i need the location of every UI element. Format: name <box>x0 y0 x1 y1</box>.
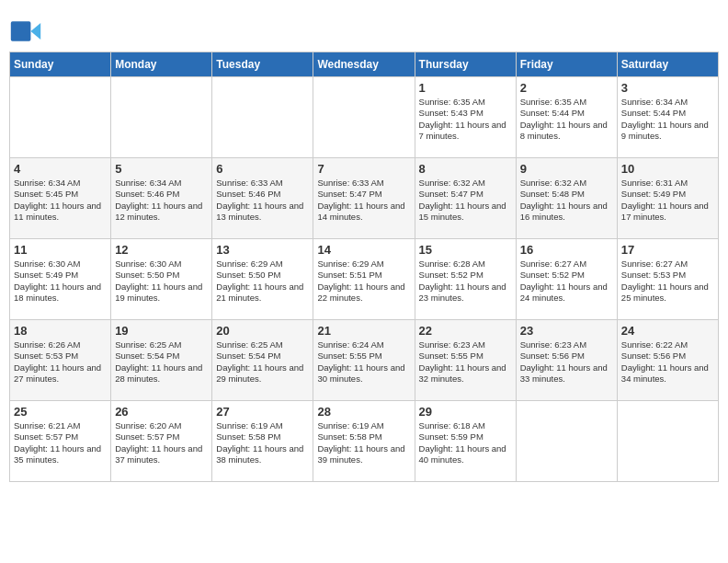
calendar-cell: 27Sunrise: 6:19 AM Sunset: 5:58 PM Dayli… <box>212 401 313 482</box>
page-header <box>9 9 719 48</box>
calendar-cell: 12Sunrise: 6:30 AM Sunset: 5:50 PM Dayli… <box>111 239 212 320</box>
calendar-cell <box>212 77 313 158</box>
calendar-cell: 17Sunrise: 6:27 AM Sunset: 5:53 PM Dayli… <box>617 239 718 320</box>
day-number: 1 <box>419 81 512 95</box>
calendar-week-3: 11Sunrise: 6:30 AM Sunset: 5:49 PM Dayli… <box>10 239 719 320</box>
day-number: 26 <box>115 405 208 419</box>
calendar-cell: 13Sunrise: 6:29 AM Sunset: 5:50 PM Dayli… <box>212 239 313 320</box>
day-header-saturday: Saturday <box>617 52 718 77</box>
calendar-cell: 3Sunrise: 6:34 AM Sunset: 5:44 PM Daylig… <box>617 77 718 158</box>
day-number: 22 <box>419 324 512 338</box>
cell-content: Sunrise: 6:24 AM Sunset: 5:55 PM Dayligh… <box>317 339 410 385</box>
day-number: 5 <box>115 162 208 176</box>
cell-content: Sunrise: 6:29 AM Sunset: 5:51 PM Dayligh… <box>317 259 410 304</box>
day-number: 9 <box>520 162 613 176</box>
cell-content: Sunrise: 6:28 AM Sunset: 5:52 PM Dayligh… <box>419 259 512 304</box>
cell-content: Sunrise: 6:32 AM Sunset: 5:48 PM Dayligh… <box>520 178 613 223</box>
day-number: 18 <box>14 324 107 338</box>
day-header-monday: Monday <box>111 52 212 77</box>
calendar-cell: 11Sunrise: 6:30 AM Sunset: 5:49 PM Dayli… <box>10 239 111 320</box>
day-number: 19 <box>115 324 208 338</box>
svg-rect-0 <box>11 21 31 41</box>
cell-content: Sunrise: 6:23 AM Sunset: 5:55 PM Dayligh… <box>419 339 512 385</box>
calendar-cell: 29Sunrise: 6:18 AM Sunset: 5:59 PM Dayli… <box>415 401 516 482</box>
day-number: 24 <box>621 324 714 338</box>
day-number: 13 <box>216 243 309 257</box>
cell-content: Sunrise: 6:34 AM Sunset: 5:45 PM Dayligh… <box>14 178 107 223</box>
cell-content: Sunrise: 6:33 AM Sunset: 5:47 PM Dayligh… <box>317 178 410 223</box>
day-number: 12 <box>115 243 208 257</box>
cell-content: Sunrise: 6:18 AM Sunset: 5:59 PM Dayligh… <box>419 420 512 465</box>
day-number: 16 <box>520 243 613 257</box>
day-number: 2 <box>520 81 613 95</box>
day-number: 15 <box>419 243 512 257</box>
day-number: 17 <box>621 243 714 257</box>
calendar-cell: 23Sunrise: 6:23 AM Sunset: 5:56 PM Dayli… <box>516 320 617 401</box>
cell-content: Sunrise: 6:26 AM Sunset: 5:53 PM Dayligh… <box>14 339 107 385</box>
day-number: 20 <box>216 324 309 338</box>
calendar-cell: 16Sunrise: 6:27 AM Sunset: 5:52 PM Dayli… <box>516 239 617 320</box>
calendar-cell: 28Sunrise: 6:19 AM Sunset: 5:58 PM Dayli… <box>313 401 415 482</box>
calendar-cell: 19Sunrise: 6:25 AM Sunset: 5:54 PM Dayli… <box>111 320 212 401</box>
calendar-cell <box>10 77 111 158</box>
logo <box>9 15 46 48</box>
day-number: 25 <box>14 405 107 419</box>
logo-icon <box>9 15 42 48</box>
cell-content: Sunrise: 6:25 AM Sunset: 5:54 PM Dayligh… <box>216 339 309 385</box>
calendar-cell: 15Sunrise: 6:28 AM Sunset: 5:52 PM Dayli… <box>415 239 516 320</box>
day-number: 7 <box>317 162 410 176</box>
cell-content: Sunrise: 6:29 AM Sunset: 5:50 PM Dayligh… <box>216 259 309 304</box>
calendar-cell: 2Sunrise: 6:35 AM Sunset: 5:44 PM Daylig… <box>516 77 617 158</box>
day-number: 14 <box>317 243 410 257</box>
cell-content: Sunrise: 6:27 AM Sunset: 5:53 PM Dayligh… <box>621 259 714 304</box>
calendar-cell: 5Sunrise: 6:34 AM Sunset: 5:46 PM Daylig… <box>111 158 212 239</box>
calendar-cell: 6Sunrise: 6:33 AM Sunset: 5:46 PM Daylig… <box>212 158 313 239</box>
cell-content: Sunrise: 6:30 AM Sunset: 5:50 PM Dayligh… <box>115 259 208 304</box>
cell-content: Sunrise: 6:34 AM Sunset: 5:44 PM Dayligh… <box>621 97 714 142</box>
cell-content: Sunrise: 6:19 AM Sunset: 5:58 PM Dayligh… <box>216 420 309 465</box>
calendar-cell: 25Sunrise: 6:21 AM Sunset: 5:57 PM Dayli… <box>10 401 111 482</box>
day-number: 8 <box>419 162 512 176</box>
day-number: 10 <box>621 162 714 176</box>
calendar-cell: 18Sunrise: 6:26 AM Sunset: 5:53 PM Dayli… <box>10 320 111 401</box>
day-header-sunday: Sunday <box>10 52 111 77</box>
calendar-cell: 4Sunrise: 6:34 AM Sunset: 5:45 PM Daylig… <box>10 158 111 239</box>
day-header-thursday: Thursday <box>415 52 516 77</box>
day-number: 21 <box>317 324 410 338</box>
cell-content: Sunrise: 6:30 AM Sunset: 5:49 PM Dayligh… <box>14 259 107 304</box>
calendar-cell: 24Sunrise: 6:22 AM Sunset: 5:56 PM Dayli… <box>617 320 718 401</box>
calendar-cell <box>516 401 617 482</box>
calendar-cell: 8Sunrise: 6:32 AM Sunset: 5:47 PM Daylig… <box>415 158 516 239</box>
calendar-cell: 14Sunrise: 6:29 AM Sunset: 5:51 PM Dayli… <box>313 239 415 320</box>
calendar-cell: 9Sunrise: 6:32 AM Sunset: 5:48 PM Daylig… <box>516 158 617 239</box>
day-number: 28 <box>317 405 410 419</box>
calendar-week-2: 4Sunrise: 6:34 AM Sunset: 5:45 PM Daylig… <box>10 158 719 239</box>
calendar-cell <box>111 77 212 158</box>
calendar-cell: 22Sunrise: 6:23 AM Sunset: 5:55 PM Dayli… <box>415 320 516 401</box>
calendar-cell: 10Sunrise: 6:31 AM Sunset: 5:49 PM Dayli… <box>617 158 718 239</box>
cell-content: Sunrise: 6:35 AM Sunset: 5:44 PM Dayligh… <box>520 97 613 142</box>
day-number: 23 <box>520 324 613 338</box>
day-number: 3 <box>621 81 714 95</box>
day-number: 27 <box>216 405 309 419</box>
cell-content: Sunrise: 6:20 AM Sunset: 5:57 PM Dayligh… <box>115 420 208 465</box>
cell-content: Sunrise: 6:21 AM Sunset: 5:57 PM Dayligh… <box>14 420 107 465</box>
calendar-table: SundayMondayTuesdayWednesdayThursdayFrid… <box>9 52 719 482</box>
cell-content: Sunrise: 6:23 AM Sunset: 5:56 PM Dayligh… <box>520 339 613 385</box>
day-header-wednesday: Wednesday <box>313 52 415 77</box>
cell-content: Sunrise: 6:31 AM Sunset: 5:49 PM Dayligh… <box>621 178 714 223</box>
calendar-header: SundayMondayTuesdayWednesdayThursdayFrid… <box>10 52 719 77</box>
cell-content: Sunrise: 6:34 AM Sunset: 5:46 PM Dayligh… <box>115 178 208 223</box>
calendar-cell <box>313 77 415 158</box>
day-header-friday: Friday <box>516 52 617 77</box>
cell-content: Sunrise: 6:22 AM Sunset: 5:56 PM Dayligh… <box>621 339 714 385</box>
day-header-tuesday: Tuesday <box>212 52 313 77</box>
calendar-cell: 21Sunrise: 6:24 AM Sunset: 5:55 PM Dayli… <box>313 320 415 401</box>
cell-content: Sunrise: 6:33 AM Sunset: 5:46 PM Dayligh… <box>216 178 309 223</box>
cell-content: Sunrise: 6:19 AM Sunset: 5:58 PM Dayligh… <box>317 420 410 465</box>
svg-marker-1 <box>30 23 40 40</box>
cell-content: Sunrise: 6:32 AM Sunset: 5:47 PM Dayligh… <box>419 178 512 223</box>
calendar-cell <box>617 401 718 482</box>
calendar-cell: 7Sunrise: 6:33 AM Sunset: 5:47 PM Daylig… <box>313 158 415 239</box>
day-number: 29 <box>419 405 512 419</box>
